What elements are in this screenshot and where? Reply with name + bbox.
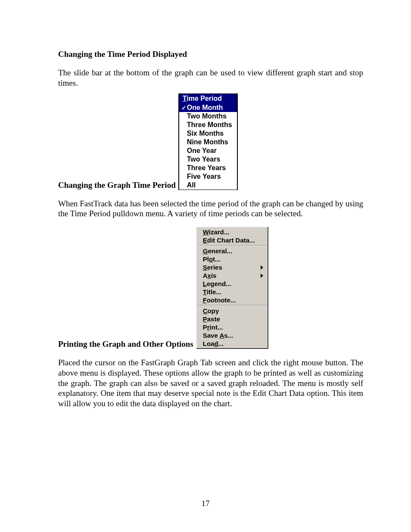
mnemonic-underline: C [203, 307, 208, 314]
context-menu-item-label: Copy [203, 307, 219, 314]
heading-printing-options: Printing the Graph and Other Options [58, 339, 193, 349]
mnemonic-underline: E [203, 236, 207, 244]
mnemonic-underline: T [183, 95, 187, 102]
menu-separator [198, 245, 267, 246]
time-period-item-label: All [187, 181, 196, 189]
context-menu-item-label: Axis [203, 272, 217, 279]
context-menu-item[interactable]: Paste [197, 315, 268, 323]
time-period-item[interactable]: Six Months [179, 129, 237, 138]
context-menu-item-label: Footnote... [203, 296, 236, 304]
context-menu-item[interactable]: Wizard... [197, 228, 268, 236]
context-menu-item[interactable]: Save As... [197, 331, 268, 339]
time-period-menu-header[interactable]: Time Period [179, 94, 237, 103]
mnemonic-underline: S [203, 264, 207, 271]
submenu-arrow-icon [261, 265, 263, 270]
time-period-item[interactable]: Three Years [179, 164, 237, 172]
time-period-item[interactable]: All [179, 181, 237, 190]
context-menu-item[interactable]: Edit Chart Data... [197, 236, 268, 244]
mnemonic-underline: W [203, 228, 209, 236]
page: Changing the Time Period Displayed The s… [0, 0, 411, 532]
time-period-item[interactable]: ✓One Month [179, 103, 237, 112]
context-menu-item[interactable]: Load... [197, 339, 268, 348]
time-period-item-label: Two Years [187, 156, 221, 163]
time-period-item-label: One Year [187, 147, 217, 155]
context-menu-item-label: Load... [203, 340, 224, 347]
context-menu-item[interactable]: Axis [197, 271, 268, 280]
para-slide-bar: The slide bar at the bottom of the graph… [58, 68, 363, 88]
heading-time-period-displayed: Changing the Time Period Displayed [58, 50, 363, 59]
mnemonic-underline: T [203, 288, 207, 296]
submenu-arrow-icon [261, 274, 263, 278]
context-menu-item-label: Legend... [203, 280, 231, 287]
context-menu-item-label: Series [203, 264, 222, 271]
para-printing: Placed the cursor on the FastGraph Graph… [58, 358, 363, 409]
context-menu-item-label: Title... [203, 288, 221, 296]
context-menu-item[interactable]: Legend... [197, 280, 268, 288]
check-icon: ✓ [181, 104, 187, 111]
mnemonic-underline: F [203, 296, 207, 304]
time-period-item-label: Two Months [187, 112, 227, 120]
time-period-item-label: Six Months [187, 130, 224, 137]
context-menu-item-label: Paste [203, 315, 220, 323]
context-menu-item[interactable]: Footnote... [197, 296, 268, 304]
time-period-item[interactable]: One Year [179, 146, 237, 155]
mnemonic-underline: A [219, 332, 224, 339]
time-period-menu: Time Period ✓One MonthTwo MonthsThree Mo… [178, 93, 238, 190]
time-period-item[interactable]: Nine Months [179, 138, 237, 146]
context-menu-item[interactable]: Series [197, 263, 268, 271]
time-period-item-label: Three Years [187, 164, 226, 172]
context-menu-item-label: Print... [203, 324, 223, 331]
context-menu-item[interactable]: Print... [197, 323, 268, 331]
context-menu: Wizard...Edit Chart Data...General...Plo… [196, 227, 268, 349]
time-period-item[interactable]: Two Years [179, 155, 237, 164]
context-menu-item-label: Plot... [203, 255, 221, 263]
context-menu-item[interactable]: Title... [197, 288, 268, 296]
mnemonic-underline: L [203, 280, 207, 287]
mnemonic-underline: x [208, 272, 211, 279]
context-menu-item-label: General... [203, 247, 232, 255]
time-period-item-label: Nine Months [187, 138, 228, 146]
context-menu-item-label: Edit Chart Data... [203, 236, 255, 244]
context-menu-item-label: Save As... [203, 332, 233, 339]
mnemonic-underline: o [209, 255, 213, 263]
page-number: 17 [0, 499, 411, 508]
time-period-item-label: One Month [187, 104, 223, 112]
mnemonic-underline: d [214, 340, 218, 347]
context-menu-item[interactable]: Plot... [197, 255, 268, 263]
time-period-item[interactable]: Three Months [179, 121, 237, 129]
time-period-item[interactable]: Five Years [179, 172, 237, 181]
header-rest: ime Period [187, 95, 222, 102]
context-menu-item[interactable]: Copy [197, 307, 268, 315]
para-fasttrack: When FastTrack data has been selected th… [58, 199, 363, 219]
mnemonic-underline: G [203, 247, 208, 255]
heading-graph-time-period: Changing the Graph Time Period [58, 180, 176, 190]
context-menu-item-label: Wizard... [203, 228, 230, 236]
menu-separator [198, 305, 267, 306]
time-period-item-label: Three Months [187, 121, 232, 129]
mnemonic-underline: P [203, 315, 207, 323]
time-period-item[interactable]: Two Months [179, 112, 237, 121]
time-period-item-label: Five Years [187, 173, 221, 180]
context-menu-item[interactable]: General... [197, 247, 268, 255]
